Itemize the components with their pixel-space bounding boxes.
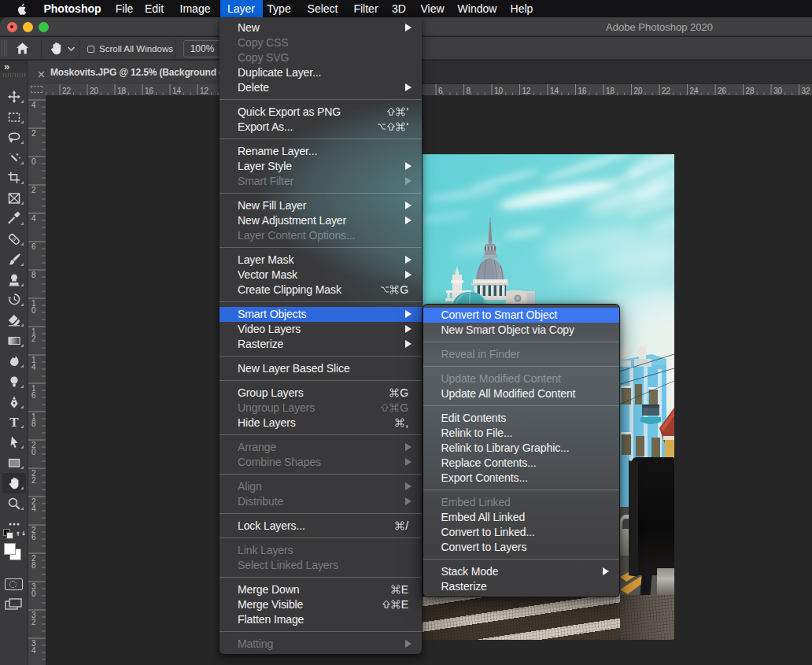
svg-text:18: 18 (606, 87, 615, 95)
svg-text:4: 4 (31, 646, 36, 655)
svg-text:32: 32 (802, 87, 811, 95)
svg-text:8: 8 (31, 271, 36, 279)
svg-text:8: 8 (31, 419, 36, 428)
svg-text:30: 30 (773, 87, 783, 95)
svg-text:T: T (9, 415, 19, 429)
svg-text:12: 12 (200, 87, 209, 95)
svg-text:12: 12 (522, 87, 532, 95)
svg-text:4: 4 (31, 214, 36, 223)
svg-text:4: 4 (31, 363, 36, 371)
svg-text:6: 6 (31, 242, 36, 251)
svg-text:16: 16 (578, 87, 588, 95)
svg-text:20: 20 (634, 87, 644, 95)
svg-text:6: 6 (31, 391, 36, 400)
svg-text:18: 18 (117, 87, 127, 95)
svg-text:2: 2 (31, 334, 36, 343)
svg-text:4: 4 (31, 504, 36, 513)
svg-text:10: 10 (494, 87, 504, 95)
svg-text:2: 2 (31, 129, 36, 138)
svg-text:14: 14 (172, 87, 182, 95)
svg-text:22: 22 (62, 87, 72, 95)
svg-text:2: 2 (31, 186, 36, 194)
svg-text:8: 8 (31, 561, 36, 570)
svg-text:0: 0 (31, 589, 36, 598)
svg-text:20: 20 (90, 87, 99, 95)
svg-text:24: 24 (690, 87, 699, 95)
svg-text:0: 0 (31, 306, 36, 315)
svg-text:2: 2 (31, 476, 36, 485)
svg-text:2: 2 (31, 618, 36, 626)
svg-text:8: 8 (467, 87, 471, 95)
svg-text:14: 14 (550, 87, 559, 95)
svg-text:0: 0 (31, 448, 36, 456)
svg-text:0: 0 (31, 157, 36, 166)
svg-text:28: 28 (746, 87, 755, 95)
svg-text:6: 6 (438, 87, 443, 95)
svg-text:26: 26 (718, 87, 727, 95)
svg-text:6: 6 (31, 533, 36, 541)
svg-text:16: 16 (145, 87, 154, 95)
svg-text:4: 4 (31, 101, 36, 109)
svg-text:22: 22 (662, 87, 671, 95)
